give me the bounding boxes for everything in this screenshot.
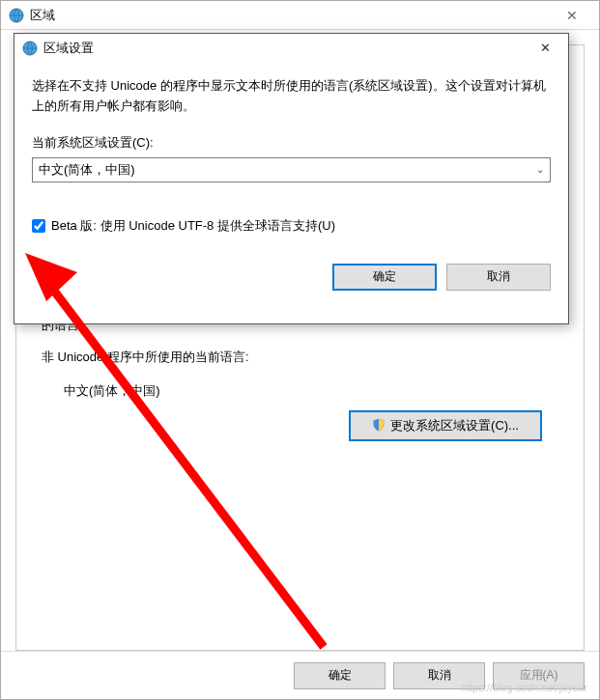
change-locale-label: 更改系统区域设置(C)...: [390, 417, 519, 434]
parent-title: 区域: [30, 7, 553, 24]
non-unicode-label: 非 Unicode 程序中所使用的当前语言:: [42, 349, 249, 366]
globe-icon: [22, 41, 38, 56]
modal-cancel-button[interactable]: 取消: [446, 264, 551, 291]
modal-ok-button[interactable]: 确定: [332, 264, 437, 291]
beta-utf8-checkbox-row[interactable]: Beta 版: 使用 Unicode UTF-8 提供全球语言支持(U): [32, 217, 551, 235]
ok-button[interactable]: 确定: [294, 662, 386, 689]
chevron-down-icon: ⌄: [536, 164, 544, 175]
modal-description: 选择在不支持 Unicode 的程序中显示文本时所使用的语言(系统区域设置)。这…: [32, 76, 551, 117]
beta-utf8-checkbox[interactable]: [32, 219, 45, 233]
change-locale-button[interactable]: 更改系统区域设置(C)...: [349, 410, 542, 441]
modal-body: 选择在不支持 Unicode 的程序中显示文本时所使用的语言(系统区域设置)。这…: [14, 63, 568, 264]
modal-title: 区域设置: [43, 40, 526, 57]
current-locale-label: 当前系统区域设置(C):: [32, 134, 551, 152]
modal-footer: 确定 取消: [14, 264, 568, 304]
region-settings-dialog: 区域设置 ✕ 选择在不支持 Unicode 的程序中显示文本时所使用的语言(系统…: [14, 33, 569, 324]
modal-titlebar: 区域设置 ✕: [14, 34, 568, 63]
beta-utf8-label: Beta 版: 使用 Unicode UTF-8 提供全球语言支持(U): [51, 217, 335, 235]
watermark: https://blog.csdn.net/jaysur: [461, 682, 587, 693]
parent-titlebar: 区域 ✕: [1, 1, 599, 30]
globe-icon: [9, 8, 24, 23]
shield-icon: [372, 418, 386, 434]
locale-dropdown-value: 中文(简体，中国): [39, 161, 135, 179]
current-locale-value: 中文(简体，中国): [64, 382, 160, 400]
modal-close-button[interactable]: ✕: [526, 36, 564, 61]
parent-close-button[interactable]: ✕: [553, 8, 591, 23]
locale-dropdown[interactable]: 中文(简体，中国) ⌄: [32, 157, 551, 182]
